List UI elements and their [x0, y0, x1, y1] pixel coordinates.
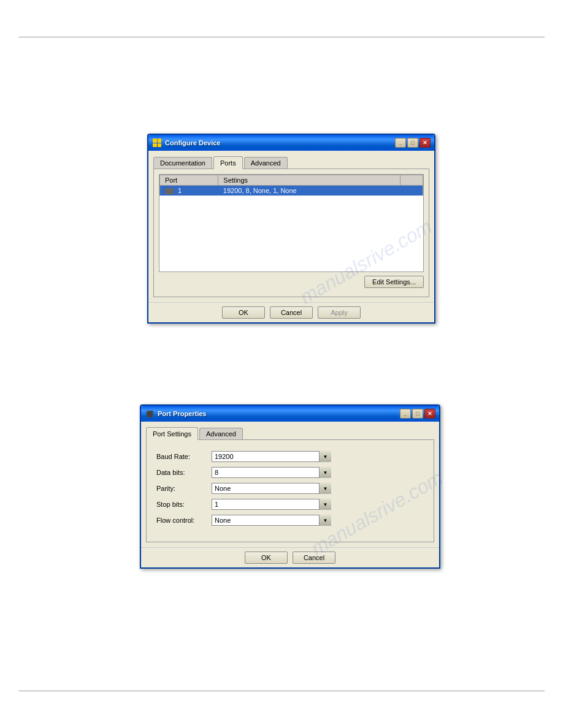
parity-select[interactable]: None: [212, 483, 331, 494]
configure-device-title-text: Configure Device: [165, 139, 220, 146]
port-properties-minimize-btn[interactable]: _: [400, 409, 411, 419]
tab-ports[interactable]: Ports: [213, 156, 243, 169]
configure-device-apply-btn[interactable]: Apply: [318, 306, 361, 319]
port-properties-dialog: ⬛ Port Properties _ □ ✕ Port Settings Ad…: [140, 404, 440, 569]
port-properties-title-text: Port Properties: [158, 410, 206, 417]
port-table-container: Port Settings 1 19200, 8: [159, 174, 424, 272]
port-properties-titlebar: ⬛ Port Properties _ □ ✕: [141, 406, 439, 422]
flow-control-row: Flow control: None ▼: [156, 515, 424, 526]
stop-bits-label: Stop bits:: [156, 501, 212, 508]
configure-device-tab-content: Port Settings 1 19200, 8: [153, 169, 429, 297]
configure-device-body: Documentation Ports Advanced Port Settin…: [148, 151, 434, 302]
stop-bits-select-wrapper: 1 ▼: [212, 499, 331, 510]
tab-advanced[interactable]: Advanced: [244, 157, 288, 169]
table-row[interactable]: 1 19200, 8, None, 1, None: [160, 186, 423, 196]
top-divider: [18, 37, 545, 37]
parity-select-wrapper: None ▼: [212, 483, 331, 494]
col-header-settings: Settings: [218, 175, 400, 186]
data-bits-label: Data bits:: [156, 469, 212, 476]
tab-port-settings[interactable]: Port Settings: [146, 427, 198, 440]
data-bits-select[interactable]: 8: [212, 467, 331, 478]
configure-device-maximize-btn[interactable]: □: [407, 138, 418, 148]
port-properties-cancel-btn[interactable]: Cancel: [293, 552, 335, 564]
data-bits-select-wrapper: 8 ▼: [212, 467, 331, 478]
configure-device-dialog: Configure Device _ □ ✕ Documentation Por…: [147, 134, 435, 324]
port-icon: [165, 188, 174, 194]
port-properties-body: Port Settings Advanced Baud Rate: 19200 …: [141, 422, 439, 547]
stop-bits-select[interactable]: 1: [212, 499, 331, 510]
baud-rate-row: Baud Rate: 19200 ▼: [156, 451, 424, 462]
port-number-cell: 1: [160, 186, 218, 196]
bottom-divider: [18, 691, 545, 691]
flow-control-select-wrapper: None ▼: [212, 515, 331, 526]
tab-port-advanced[interactable]: Advanced: [199, 428, 243, 439]
col-header-port: Port: [160, 175, 218, 186]
stop-bits-row: Stop bits: 1 ▼: [156, 499, 424, 510]
configure-device-cancel-btn[interactable]: Cancel: [270, 306, 313, 319]
port-extra-cell: [400, 186, 423, 196]
port-properties-form: Baud Rate: 19200 ▼ Data bits:: [151, 445, 429, 537]
flow-control-label: Flow control:: [156, 517, 212, 524]
port-properties-maximize-btn[interactable]: □: [412, 409, 423, 419]
port-properties-tab-bar: Port Settings Advanced: [146, 427, 434, 439]
flow-control-select[interactable]: None: [212, 515, 331, 526]
port-properties-title-left: ⬛ Port Properties: [145, 409, 206, 419]
configure-device-close-btn[interactable]: ✕: [419, 138, 431, 148]
parity-label: Parity:: [156, 485, 212, 492]
configure-device-icon: [152, 138, 162, 148]
baud-rate-select-wrapper: 19200 ▼: [212, 451, 331, 462]
port-number: 1: [178, 187, 182, 194]
parity-row: Parity: None ▼: [156, 483, 424, 494]
edit-settings-btn[interactable]: Edit Settings...: [364, 276, 424, 288]
configure-device-title-left: Configure Device: [152, 138, 220, 148]
configure-device-footer: OK Cancel Apply: [148, 302, 434, 322]
configure-device-ok-btn[interactable]: OK: [222, 306, 265, 319]
baud-rate-label: Baud Rate:: [156, 453, 212, 460]
port-table: Port Settings 1 19200, 8: [159, 175, 423, 196]
baud-rate-select[interactable]: 19200: [212, 451, 331, 462]
port-properties-ok-btn[interactable]: OK: [245, 552, 288, 564]
data-bits-row: Data bits: 8 ▼: [156, 467, 424, 478]
configure-device-titlebar: Configure Device _ □ ✕: [148, 135, 434, 151]
port-properties-icon: ⬛: [145, 409, 155, 419]
port-properties-footer: OK Cancel: [141, 547, 439, 567]
port-properties-tab-content: Baud Rate: 19200 ▼ Data bits:: [146, 439, 434, 542]
port-settings-cell: 19200, 8, None, 1, None: [218, 186, 400, 196]
col-header-empty: [400, 175, 423, 186]
page-container: Configure Device _ □ ✕ Documentation Por…: [0, 0, 563, 728]
configure-device-titlebar-buttons: _ □ ✕: [395, 138, 431, 148]
tab-documentation[interactable]: Documentation: [153, 157, 212, 169]
configure-device-minimize-btn[interactable]: _: [395, 138, 406, 148]
configure-device-tab-bar: Documentation Ports Advanced: [153, 156, 429, 169]
port-properties-close-btn[interactable]: ✕: [424, 409, 435, 419]
port-properties-titlebar-buttons: _ □ ✕: [400, 409, 435, 419]
edit-settings-row: Edit Settings...: [159, 276, 424, 288]
